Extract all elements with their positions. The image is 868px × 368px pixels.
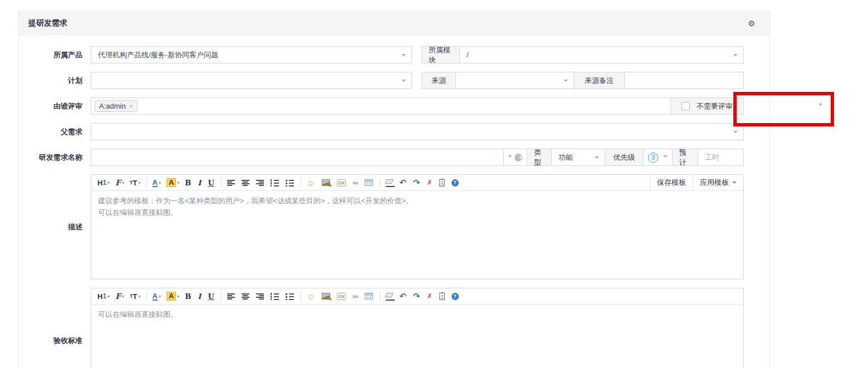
font-color-icon[interactable]: A▾ bbox=[150, 176, 163, 189]
italic-icon[interactable]: I bbox=[195, 176, 204, 189]
description-label: 描述 bbox=[19, 223, 82, 232]
italic-icon[interactable]: I bbox=[195, 290, 204, 302]
help-icon[interactable]: ? bbox=[449, 176, 462, 189]
row-plan-controls: 来源 来源备注 bbox=[91, 72, 744, 89]
unordered-list-icon[interactable] bbox=[283, 290, 297, 302]
description-editor-content[interactable]: 建议参考的模板：作为一名<某种类型的用户>，我希望<达成某些目的>，这样可以<开… bbox=[91, 191, 743, 279]
acceptance-editor: H1▾ F▾ TT▾ bbox=[91, 288, 744, 368]
font-size-icon[interactable]: TT▾ bbox=[127, 176, 143, 189]
glyph: 1 bbox=[102, 292, 106, 300]
reviewer-multiselect[interactable]: A:admin × bbox=[91, 97, 671, 115]
row-story-name-controls: * 类型 功能 优先级 3 预计 bbox=[91, 149, 744, 166]
code-snippet-icon[interactable]: C# bbox=[335, 176, 349, 189]
chevron-down-icon bbox=[663, 155, 668, 160]
align-center-icon[interactable] bbox=[239, 290, 253, 302]
glyph: ↶ bbox=[399, 291, 406, 301]
redo-icon[interactable]: ↷ bbox=[411, 176, 424, 189]
type-value: 功能 bbox=[558, 153, 573, 163]
row-parent-controls bbox=[91, 123, 744, 140]
fullscreen-icon[interactable]: ✗ bbox=[424, 290, 435, 302]
underline-icon[interactable]: U bbox=[205, 290, 217, 302]
heading-icon[interactable]: H1▾ bbox=[95, 290, 112, 302]
underline-icon[interactable]: U bbox=[205, 176, 217, 189]
align-left-icon[interactable] bbox=[225, 290, 238, 302]
redo-icon[interactable]: ↷ bbox=[411, 290, 424, 302]
separator bbox=[221, 178, 222, 187]
fullscreen-icon[interactable]: ✗ bbox=[424, 176, 435, 189]
no-review-checkbox[interactable] bbox=[681, 102, 690, 110]
story-name-input[interactable] bbox=[98, 149, 497, 165]
emoticon-icon[interactable]: ☺ bbox=[305, 176, 318, 189]
glyph: ? bbox=[452, 293, 459, 300]
separator bbox=[301, 292, 301, 301]
ordered-list-icon[interactable] bbox=[268, 290, 282, 302]
font-size-icon[interactable]: TT▾ bbox=[127, 290, 143, 302]
editor-placeholder-line: 建议参考的模板：作为一名<某种类型的用户>，我希望<达成某些目的>，这样可以<开… bbox=[98, 195, 737, 207]
code-snippet-icon[interactable]: C# bbox=[335, 290, 349, 302]
highlight-color-icon[interactable]: A▾ bbox=[164, 290, 182, 302]
save-template-button[interactable]: 保存模板 bbox=[650, 175, 693, 190]
align-right-icon[interactable] bbox=[254, 176, 267, 189]
glyph bbox=[365, 293, 373, 300]
insert-image-icon[interactable] bbox=[320, 176, 334, 189]
module-select[interactable]: / bbox=[459, 46, 744, 63]
remove-format-icon[interactable] bbox=[384, 176, 396, 189]
type-select[interactable]: 功能 bbox=[551, 149, 605, 166]
parent-label: 父需求 bbox=[19, 127, 82, 136]
font-family-icon[interactable]: F▾ bbox=[113, 290, 126, 302]
glyph: ↷ bbox=[413, 291, 420, 301]
paste-icon[interactable] bbox=[437, 176, 448, 189]
unordered-list-icon[interactable] bbox=[283, 176, 297, 189]
acceptance-editor-content[interactable]: 可以在编辑器直接贴图。 bbox=[91, 305, 743, 368]
remove-format-icon[interactable] bbox=[384, 290, 396, 302]
plan-select[interactable] bbox=[91, 72, 412, 89]
source-select[interactable] bbox=[455, 72, 574, 89]
product-select[interactable]: 代理机构产品线/服务-新协同客户问题 bbox=[91, 46, 412, 63]
row-product-controls: 代理机构产品线/服务-新协同客户问题 所属模块 / bbox=[91, 46, 744, 63]
glyph bbox=[385, 293, 394, 297]
glyph: T bbox=[133, 179, 138, 187]
priority-select[interactable]: 3 bbox=[643, 149, 673, 166]
table-icon[interactable] bbox=[362, 290, 376, 302]
chevron-down-icon: ▾ bbox=[122, 294, 124, 299]
required-asterisk: * bbox=[819, 101, 822, 110]
source-note-input[interactable] bbox=[631, 72, 737, 89]
link-icon[interactable]: ∞ bbox=[350, 290, 361, 302]
help-icon[interactable]: ? bbox=[449, 290, 462, 302]
remove-tag-icon[interactable]: × bbox=[129, 102, 133, 110]
glyph: ✗ bbox=[426, 179, 432, 187]
paste-icon[interactable] bbox=[437, 290, 448, 302]
bold-icon[interactable]: B bbox=[183, 290, 194, 302]
estimate-field[interactable] bbox=[698, 149, 744, 166]
story-name-field[interactable] bbox=[91, 149, 504, 166]
heading-icon[interactable]: H1▾ bbox=[95, 176, 112, 189]
chevron-down-icon bbox=[595, 156, 599, 161]
insert-image-icon[interactable] bbox=[320, 290, 334, 302]
row-reviewer: 由谁评审 A:admin × 不需要评审 * bbox=[19, 97, 769, 115]
row-acceptance-controls: H1▾ F▾ TT▾ bbox=[91, 288, 744, 368]
font-family-icon[interactable]: F▾ bbox=[113, 176, 126, 189]
glyph bbox=[322, 179, 330, 186]
estimate-input[interactable] bbox=[705, 149, 737, 165]
page-title: 提研发需求 bbox=[28, 18, 67, 28]
align-right-icon[interactable] bbox=[254, 290, 267, 302]
link-icon[interactable]: ∞ bbox=[350, 176, 361, 189]
align-center-icon[interactable] bbox=[239, 176, 253, 189]
source-note-field[interactable] bbox=[624, 72, 744, 89]
parent-select[interactable] bbox=[91, 123, 744, 140]
font-color-icon[interactable]: A▾ bbox=[150, 290, 163, 302]
glyph bbox=[286, 179, 294, 187]
gear-icon[interactable]: ⚙ bbox=[748, 19, 755, 28]
bold-icon[interactable]: B bbox=[183, 176, 194, 189]
description-editor: 保存模板 应用模板 H1▾ bbox=[91, 174, 744, 279]
align-left-icon[interactable] bbox=[225, 176, 238, 189]
ordered-list-icon[interactable] bbox=[268, 176, 282, 189]
color-palette-icon[interactable] bbox=[514, 154, 522, 161]
emoticon-icon[interactable]: ☺ bbox=[305, 290, 318, 302]
table-icon[interactable] bbox=[362, 176, 376, 189]
undo-icon[interactable]: ↶ bbox=[397, 290, 410, 302]
undo-icon[interactable]: ↶ bbox=[397, 176, 410, 189]
highlight-color-icon[interactable]: A▾ bbox=[164, 176, 182, 189]
glyph: H bbox=[97, 179, 102, 187]
apply-template-button[interactable]: 应用模板 bbox=[693, 175, 743, 190]
